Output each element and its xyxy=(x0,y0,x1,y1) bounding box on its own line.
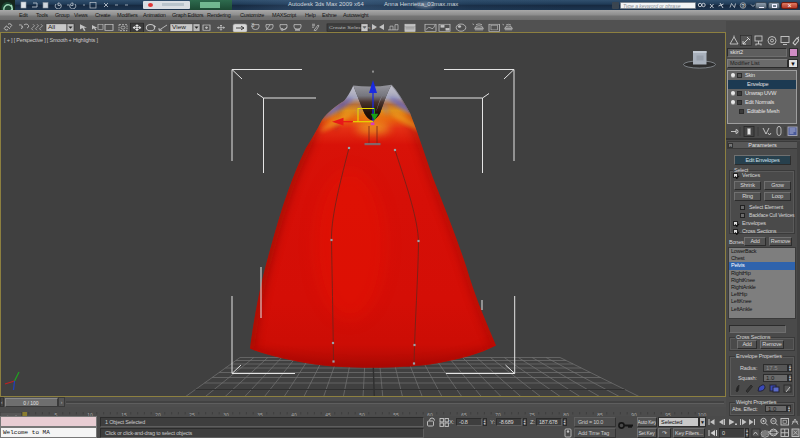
svg-text:3: 3 xyxy=(251,23,254,28)
svg-text:View: View xyxy=(172,25,187,30)
svg-text:Create Selection S: Create Selection S xyxy=(329,26,376,30)
svg-text:?: ? xyxy=(742,3,745,9)
svg-text:All: All xyxy=(48,25,55,30)
